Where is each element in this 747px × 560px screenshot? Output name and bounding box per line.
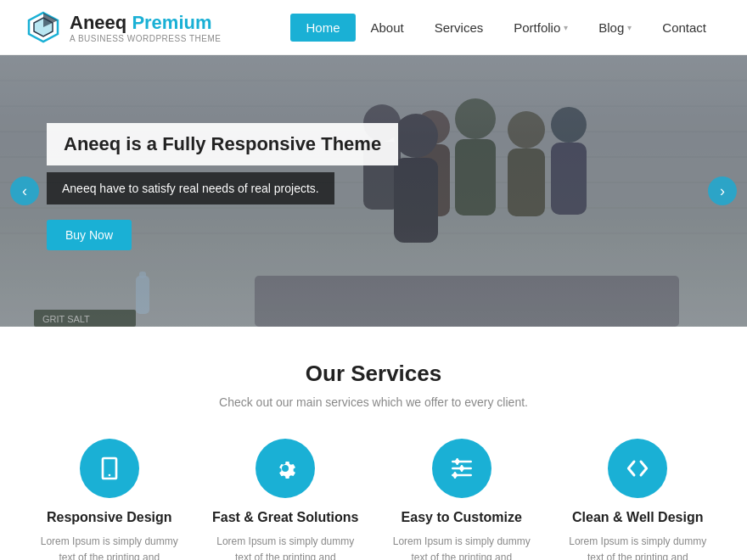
nav-blog[interactable]: Blog ▾ xyxy=(583,14,647,42)
nav-services[interactable]: Services xyxy=(419,14,499,42)
svg-point-29 xyxy=(455,459,459,463)
fast-solutions-label: Fast & Great Solutions xyxy=(212,510,358,525)
hero-title-box: Aneeq is a Fully Responsive Theme xyxy=(47,123,398,165)
gears-icon xyxy=(272,455,299,482)
services-grid: Responsive Design Lorem Ipsum is simply … xyxy=(25,439,722,560)
services-subtitle: Check out our main services which we off… xyxy=(25,395,722,409)
header: Aneeq Premium A Business Wordpress Theme… xyxy=(0,0,747,55)
nav-contact[interactable]: Contact xyxy=(647,14,722,42)
hero-subtitle: Aneeq have to satisfy real needs of real… xyxy=(62,182,319,195)
code-icon xyxy=(624,455,651,482)
service-card-fast-solutions: Fast & Great Solutions Lorem Ipsum is si… xyxy=(202,439,370,560)
logo-subtitle: A Business Wordpress Theme xyxy=(70,34,221,43)
mobile-icon xyxy=(96,455,123,482)
hero-title: Aneeq is a Fully Responsive Theme xyxy=(64,133,381,154)
hero-content: Aneeq is a Fully Responsive Theme Aneeq … xyxy=(47,123,398,250)
blog-chevron-icon: ▾ xyxy=(627,23,632,32)
slider-next-button[interactable]: › xyxy=(708,176,737,205)
responsive-design-desc: Lorem Ipsum is simply dummy text of the … xyxy=(34,534,185,560)
easy-customize-icon-circle xyxy=(432,439,491,498)
logo-name: Aneeq Premium xyxy=(70,12,221,34)
services-title: Our Services xyxy=(25,361,722,387)
clean-design-desc: Lorem Ipsum is simply dummy text of the … xyxy=(563,534,714,560)
nav-about[interactable]: About xyxy=(356,14,419,42)
logo-icon xyxy=(25,9,61,45)
nav-home[interactable]: Home xyxy=(290,14,355,42)
easy-customize-desc: Lorem Ipsum is simply dummy text of the … xyxy=(386,534,537,560)
hero-subtitle-box: Aneeq have to satisfy real needs of real… xyxy=(47,172,334,204)
slider-prev-button[interactable]: ‹ xyxy=(10,176,39,205)
portfolio-chevron-icon: ▾ xyxy=(564,23,568,32)
responsive-design-label: Responsive Design xyxy=(47,510,172,525)
hero-cta-button[interactable]: Buy Now xyxy=(47,220,132,250)
nav-portfolio[interactable]: Portfolio ▾ xyxy=(498,14,583,42)
services-section: Our Services Check out our main services… xyxy=(0,327,747,560)
hero-section: GRIT SALT Aneeq is a Fully Responsive Th… xyxy=(0,55,747,327)
sliders-icon xyxy=(448,455,475,482)
logo-text: Aneeq Premium A Business Wordpress Theme xyxy=(70,12,221,43)
main-nav: Home About Services Portfolio ▾ Blog ▾ C… xyxy=(290,14,722,42)
fast-solutions-icon-circle xyxy=(256,439,315,498)
easy-customize-label: Easy to Customize xyxy=(402,510,522,525)
svg-point-30 xyxy=(459,466,463,470)
clean-design-label: Clean & Well Design xyxy=(572,510,703,525)
svg-point-31 xyxy=(452,473,457,477)
fast-solutions-desc: Lorem Ipsum is simply dummy text of the … xyxy=(211,534,362,560)
service-card-clean-design: Clean & Well Design Lorem Ipsum is simpl… xyxy=(554,439,722,560)
responsive-design-icon-circle xyxy=(80,439,139,498)
service-card-easy-customize: Easy to Customize Lorem Ipsum is simply … xyxy=(378,439,546,560)
logo: Aneeq Premium A Business Wordpress Theme xyxy=(25,9,221,45)
clean-design-icon-circle xyxy=(608,439,667,498)
service-card-responsive-design: Responsive Design Lorem Ipsum is simply … xyxy=(25,439,194,560)
